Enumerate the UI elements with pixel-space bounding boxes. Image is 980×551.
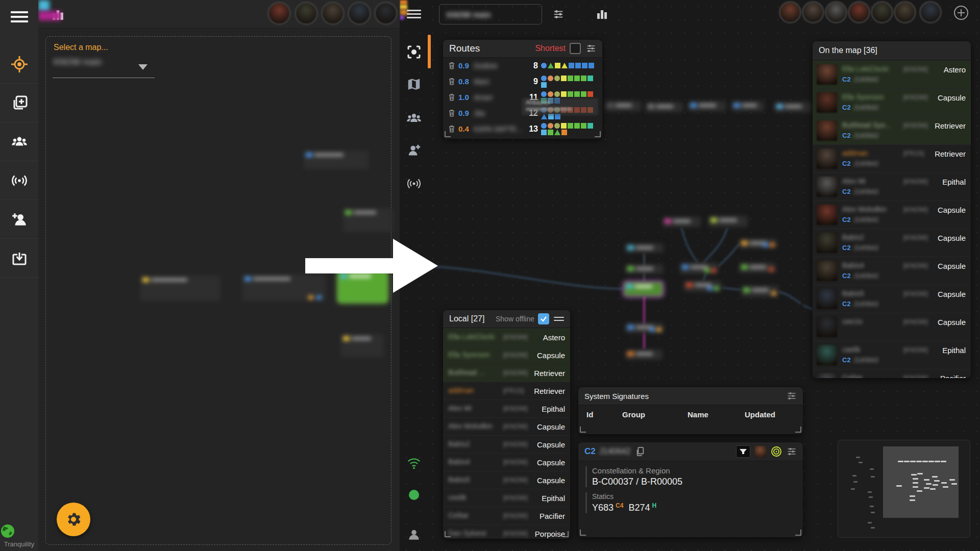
column-id[interactable]: Id: [586, 410, 622, 419]
route-hop-square[interactable]: [587, 91, 593, 97]
local-pilot-row[interactable]: ceelik[KNOW]Epithal: [443, 489, 570, 507]
map-stats-icon[interactable]: [596, 7, 609, 20]
character-avatar[interactable]: [825, 1, 847, 23]
local-pilot-row[interactable]: Ella LokiClocki[KNOW]Astero: [443, 328, 570, 346]
map-system-node[interactable]: [605, 101, 642, 111]
on-map-pilot-row[interactable]: Babis5[KNOW]C2J140642Capsule: [813, 285, 971, 313]
route-hop-square[interactable]: [568, 91, 573, 97]
map-system-node[interactable]: [741, 286, 778, 297]
local-pilot-row[interactable]: Alex Molodkin[KNOW]Capsule: [443, 417, 570, 435]
local-pilot-row[interactable]: Alex Mi[KNOW]Epithal: [443, 399, 570, 417]
map-system-node[interactable]: [625, 323, 664, 333]
character-avatar[interactable]: [267, 2, 291, 25]
map-select-value[interactable]: KNOW main: [54, 57, 102, 67]
delete-route-icon[interactable]: [448, 109, 458, 117]
resize-handle[interactable]: [795, 427, 801, 433]
character-avatar[interactable]: [871, 1, 893, 23]
sidebar-item-add-map[interactable]: [0, 84, 38, 122]
character-avatar[interactable]: [848, 1, 870, 23]
route-hop-square[interactable]: [582, 63, 587, 68]
route-hop-square[interactable]: [581, 76, 586, 81]
character-avatar[interactable]: [295, 2, 318, 25]
profile-icon[interactable]: [403, 523, 425, 546]
route-hop-circle[interactable]: [548, 76, 553, 81]
tool-map-icon[interactable]: [403, 73, 425, 95]
local-pilot-row[interactable]: addman[FR1S]Retriever: [443, 382, 570, 399]
map-system-node[interactable]: [624, 282, 663, 296]
map-filter-icon[interactable]: [553, 9, 564, 20]
route-hop-square[interactable]: [574, 76, 580, 81]
map-system-node[interactable]: [708, 216, 748, 227]
route-hop-square[interactable]: [568, 76, 573, 81]
local-pilot-row[interactable]: Dan Sylvest[KNOW]Porpoise: [443, 524, 570, 539]
minimap-panel[interactable]: [838, 440, 970, 538]
map-system-node[interactable]: [684, 281, 721, 292]
route-hop-square[interactable]: [561, 130, 567, 135]
map-system-node[interactable]: [341, 334, 384, 357]
character-avatar[interactable]: [348, 2, 371, 25]
local-pilot-row[interactable]: Ella Syonson[KNOW]Capsule: [443, 346, 570, 364]
route-hop-circle[interactable]: [541, 76, 547, 81]
on-map-pilot-row[interactable]: Ella LokiClocki[KNOW]C2J140642Astero: [813, 60, 971, 88]
character-avatar[interactable]: [779, 1, 801, 23]
chevron-down-icon[interactable]: [138, 64, 148, 70]
route-hop-circle[interactable]: [554, 123, 560, 129]
route-hop-triangle[interactable]: [561, 63, 568, 68]
sidebar-item-invite[interactable]: [0, 200, 38, 239]
route-hop-square[interactable]: [569, 63, 574, 68]
system-settings-icon[interactable]: [787, 446, 797, 457]
delete-route-icon[interactable]: [448, 62, 458, 69]
map-system-node[interactable]: [731, 101, 764, 111]
local-pilot-row[interactable]: Butthead ...[KNOW]Retriever: [443, 364, 570, 382]
route-hop-square[interactable]: [561, 123, 567, 129]
map-menu-icon[interactable]: [407, 8, 421, 20]
character-avatar[interactable]: [374, 2, 398, 25]
routes-mode-checkbox[interactable]: [570, 43, 581, 54]
tool-focus-icon[interactable]: [403, 41, 425, 63]
resize-handle[interactable]: [595, 131, 601, 137]
route-row[interactable]: 0.9Dodixie8: [443, 58, 602, 73]
routes-settings-icon[interactable]: [586, 43, 596, 54]
route-hop-circle[interactable]: [548, 91, 553, 97]
on-map-pilot-row[interactable]: Babis2[KNOW]C2J140642Capsule: [813, 229, 971, 257]
local-pilot-row[interactable]: Babis2[KNOW]Capsule: [443, 435, 570, 453]
column-updated[interactable]: Updated: [745, 410, 775, 419]
on-map-pilot-row[interactable]: Alex Molodkin[KNOW]C2J140642Capsule: [813, 201, 971, 229]
route-hop-square[interactable]: [555, 63, 560, 68]
route-row[interactable]: 0.4KAPA 3APTE...13: [443, 121, 602, 137]
route-hop-square[interactable]: [574, 91, 580, 97]
tool-broadcast-icon[interactable]: [403, 172, 425, 195]
route-hop-square[interactable]: [581, 91, 586, 97]
map-system-node[interactable]: [680, 263, 718, 274]
map-system-node[interactable]: [739, 263, 776, 273]
route-hop-circle[interactable]: [554, 76, 560, 81]
route-hop-triangle[interactable]: [548, 63, 554, 68]
route-hop-circle[interactable]: [541, 63, 547, 68]
tool-invite-icon[interactable]: [403, 139, 425, 162]
resize-handle[interactable]: [795, 530, 801, 536]
map-system-node[interactable]: [242, 274, 326, 301]
route-hop-square[interactable]: [574, 123, 580, 129]
column-group[interactable]: Group: [622, 410, 688, 419]
on-map-pilot-row[interactable]: cee1ic[KNOW]Capsule: [813, 313, 971, 341]
route-hop-square[interactable]: [561, 76, 567, 81]
route-hop-square[interactable]: [587, 123, 593, 129]
on-map-pilot-row[interactable]: Ella Syonson[KNOW]C2J140642Capsule: [813, 88, 971, 116]
route-hop-square[interactable]: [587, 76, 593, 81]
sidebar-item-members[interactable]: [0, 122, 38, 161]
map-system-node[interactable]: [663, 217, 701, 227]
map-system-node[interactable]: [625, 243, 664, 253]
character-avatar[interactable]: [321, 2, 345, 25]
route-hop-circle[interactable]: [541, 123, 547, 129]
on-map-pilot-row[interactable]: addman[FR1S]C2J140642Retriever: [813, 144, 971, 172]
show-offline-checkbox[interactable]: [538, 313, 549, 324]
map-system-node[interactable]: [338, 272, 387, 302]
route-hop-square[interactable]: [589, 63, 594, 68]
on-map-pilot-row[interactable]: Babis4[KNOW]C2J140642Capsule: [813, 257, 971, 285]
route-hop-square[interactable]: [581, 123, 586, 129]
sidebar-item-locate[interactable]: [0, 45, 38, 84]
on-map-pilot-row[interactable]: caelik[KNOW]C2J140642Epithal: [813, 341, 971, 369]
sidebar-item-broadcast[interactable]: [0, 161, 38, 200]
resize-handle[interactable]: [562, 531, 569, 537]
signatures-header[interactable]: System Signatures: [578, 387, 803, 405]
